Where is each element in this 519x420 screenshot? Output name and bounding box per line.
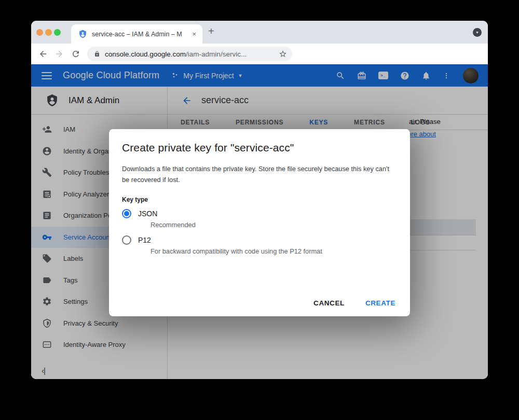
window-minimize-button[interactable] xyxy=(45,29,52,36)
browser-toolbar: console.cloud.google.com/iam-admin/servi… xyxy=(31,44,488,64)
cancel-button[interactable]: CANCEL xyxy=(313,299,345,307)
url-path: /iam-admin/servic... xyxy=(186,50,247,58)
radio-option-p12[interactable]: P12 xyxy=(122,235,397,245)
radio-unselected-icon[interactable] xyxy=(122,235,131,245)
iam-shield-favicon xyxy=(78,30,87,38)
tab-title: service-acc – IAM & Admin – M xyxy=(92,31,189,38)
back-icon[interactable] xyxy=(38,49,48,59)
radio-description: Recommended xyxy=(151,221,397,229)
desktop-background: service-acc – IAM & Admin – M × + ▼ cons… xyxy=(0,0,519,420)
window-zoom-button[interactable] xyxy=(54,29,61,36)
create-button[interactable]: CREATE xyxy=(365,299,395,307)
dialog-actions: CANCEL CREATE xyxy=(313,299,395,307)
reload-icon[interactable] xyxy=(71,49,80,59)
window-close-button[interactable] xyxy=(36,29,43,36)
dialog-title: Create private key for "service-acc" xyxy=(122,142,397,154)
create-private-key-dialog: Create private key for "service-acc" Dow… xyxy=(109,129,410,316)
radio-description: For backward compatibility with code usi… xyxy=(151,247,397,255)
radio-label: P12 xyxy=(138,236,151,244)
url-host: console.cloud.google.com xyxy=(105,50,186,58)
address-bar[interactable]: console.cloud.google.com/iam-admin/servi… xyxy=(87,47,292,61)
radio-selected-icon[interactable] xyxy=(122,209,131,218)
radio-option-json[interactable]: JSON xyxy=(122,209,397,218)
radio-label: JSON xyxy=(138,209,157,218)
new-tab-button[interactable]: + xyxy=(208,25,214,37)
forward-icon[interactable] xyxy=(54,49,64,59)
browser-tab-strip: service-acc – IAM & Admin – M × + ▼ xyxy=(31,21,488,44)
browser-tab[interactable]: service-acc – IAM & Admin – M × xyxy=(71,24,202,44)
dialog-body-text: Downloads a file that contains the priva… xyxy=(122,163,391,185)
browser-window: service-acc – IAM & Admin – M × + ▼ cons… xyxy=(31,21,488,379)
bookmark-star-icon[interactable] xyxy=(279,50,287,58)
key-type-label: Key type xyxy=(122,196,397,203)
caret-down-icon: ▼ xyxy=(475,31,479,34)
browser-profile-button[interactable]: ▼ xyxy=(473,28,482,37)
lock-icon xyxy=(94,51,100,57)
tab-close-icon[interactable]: × xyxy=(192,31,196,37)
